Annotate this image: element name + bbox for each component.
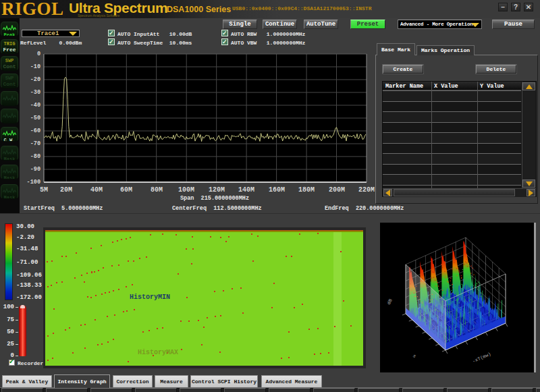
- svg-text:HistoryMIN: HistoryMIN: [130, 293, 170, 301]
- svg-text:HistoryMAX: HistoryMAX: [138, 349, 178, 356]
